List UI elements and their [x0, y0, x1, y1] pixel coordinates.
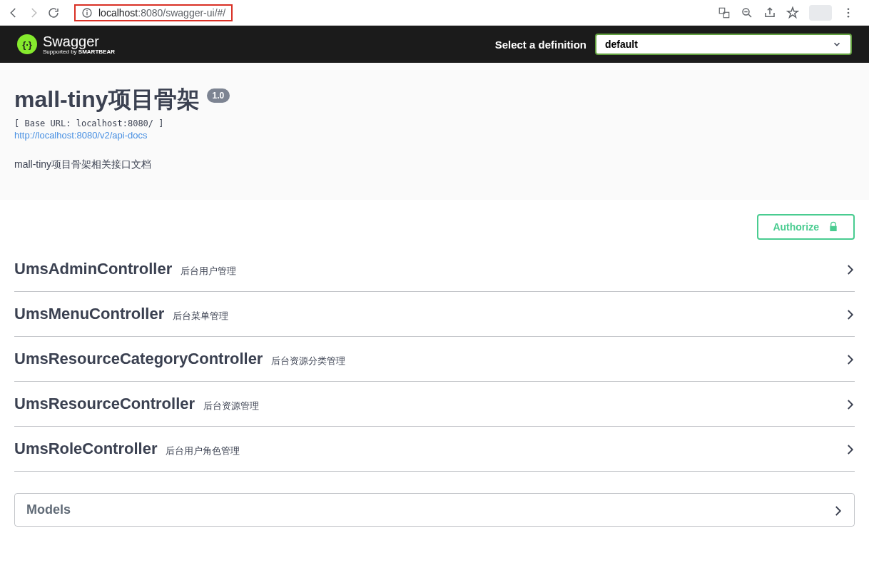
base-url-text: [ Base URL: localhost:8080/ ] [14, 118, 855, 128]
api-description: mall-tiny项目骨架相关接口文档 [14, 158, 855, 171]
lock-icon [828, 221, 839, 233]
tag-description: 后台资源管理 [203, 400, 259, 412]
authorize-button-label: Authorize [773, 221, 819, 233]
svg-point-9 [848, 11, 850, 14]
svg-line-6 [748, 14, 751, 17]
svg-point-2 [86, 9, 88, 11]
tag-row[interactable]: UmsRoleController 后台用户角色管理 [14, 427, 855, 472]
swagger-logo[interactable]: {·} Swagger Supported by SMARTBEAR [17, 34, 115, 55]
svg-point-10 [848, 15, 850, 17]
address-bar[interactable]: localhost:8080/swagger-ui/#/ [67, 4, 711, 21]
authorize-button[interactable]: Authorize [757, 214, 855, 240]
zoom-icon[interactable] [741, 6, 753, 19]
api-title: mall-tiny项目骨架 1.0 [14, 84, 230, 116]
reload-icon[interactable] [47, 6, 60, 19]
translate-icon[interactable] [718, 6, 731, 19]
swagger-brand-text: Swagger [43, 34, 99, 49]
auth-section: Authorize [0, 200, 869, 247]
tag-name: UmsMenuController [14, 305, 164, 323]
models-title: Models [26, 502, 71, 517]
swagger-logo-icon: {·} [17, 34, 37, 54]
back-icon[interactable] [7, 6, 20, 19]
chevron-right-icon [843, 398, 855, 410]
info-icon[interactable] [81, 7, 93, 19]
browser-toolbar: localhost:8080/swagger-ui/#/ [0, 0, 869, 26]
tag-row[interactable]: UmsResourceCategoryController 后台资源分类管理 [14, 337, 855, 382]
svg-point-8 [848, 8, 850, 10]
tag-name: UmsResourceController [14, 395, 195, 413]
chevron-right-icon [843, 308, 855, 320]
tag-description: 后台用户管理 [181, 265, 236, 278]
api-docs-link[interactable]: http://localhost:8080/v2/api-docs [14, 130, 147, 141]
tag-name: UmsResourceCategoryController [14, 350, 263, 368]
tag-description: 后台资源分类管理 [271, 355, 345, 368]
tag-description: 后台菜单管理 [173, 310, 228, 323]
chevron-right-icon [843, 353, 855, 365]
swagger-brand-subtext: Supported by SMARTBEAR [43, 49, 115, 55]
url-text: localhost:8080/swagger-ui/#/ [98, 7, 225, 19]
definition-label: Select a definition [495, 39, 586, 51]
tag-description: 后台用户角色管理 [166, 445, 240, 457]
chevron-right-icon [831, 505, 843, 516]
version-badge: 1.0 [207, 88, 230, 103]
menu-icon[interactable] [842, 6, 855, 19]
profile-avatar[interactable] [809, 5, 832, 21]
tag-row[interactable]: UmsResourceController 后台资源管理 [14, 382, 855, 427]
operations-section: UmsAdminController 后台用户管理 UmsMenuControl… [0, 247, 869, 541]
chevron-right-icon [843, 443, 855, 455]
swagger-topbar: {·} Swagger Supported by SMARTBEAR Selec… [0, 26, 869, 63]
api-info-section: mall-tiny项目骨架 1.0 [ Base URL: localhost:… [0, 63, 869, 200]
chevron-down-icon [832, 39, 842, 49]
tag-name: UmsAdminController [14, 260, 172, 278]
star-icon[interactable] [786, 6, 799, 19]
definition-select[interactable]: default [595, 34, 852, 55]
models-section-header[interactable]: Models [14, 493, 855, 527]
definition-selected-value: default [605, 39, 638, 50]
forward-icon[interactable] [27, 6, 40, 19]
tag-row[interactable]: UmsMenuController 后台菜单管理 [14, 292, 855, 337]
share-icon[interactable] [763, 6, 776, 19]
tag-name: UmsRoleController [14, 440, 157, 458]
tag-row[interactable]: UmsAdminController 后台用户管理 [14, 247, 855, 292]
chevron-right-icon [843, 263, 855, 275]
